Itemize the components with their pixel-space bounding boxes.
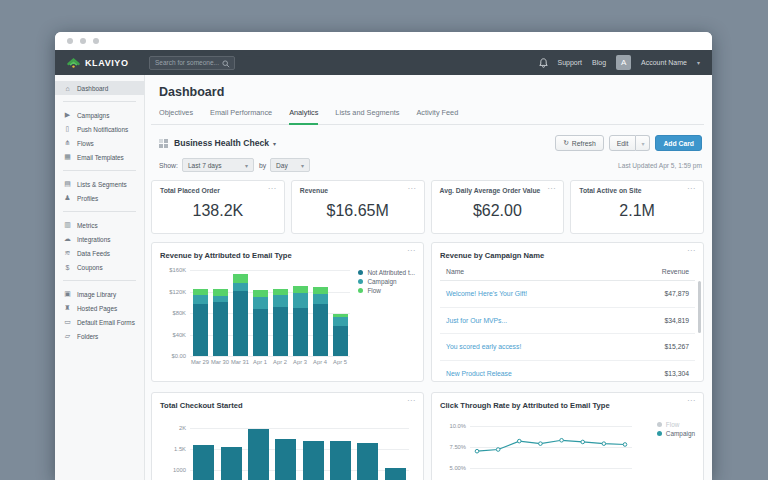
date-range-select[interactable]: Last 7 days▾ <box>182 158 254 172</box>
bar-segment-campaign[interactable] <box>213 296 228 302</box>
bar-segment-flow[interactable] <box>313 287 328 295</box>
bar-segment-campaign[interactable] <box>333 317 348 326</box>
bar-total-checkout[interactable] <box>248 429 269 480</box>
account-avatar[interactable]: A <box>616 55 631 70</box>
tab-email-performance[interactable]: Email Performance <box>210 108 272 124</box>
tab-lists-and-segments[interactable]: Lists and Segments <box>335 108 399 124</box>
account-menu-caret-icon[interactable]: ▾ <box>697 59 700 66</box>
tab-analytics[interactable]: Analytics <box>289 108 318 125</box>
nav-support-link[interactable]: Support <box>558 59 583 66</box>
nav-blog-link[interactable]: Blog <box>592 59 606 66</box>
board-caret-icon[interactable]: ▾ <box>273 140 276 147</box>
bar-segment-flow[interactable] <box>333 314 348 318</box>
sidebar-item-profiles[interactable]: ♟Profiles <box>55 191 144 205</box>
sidebar-item-folders[interactable]: ▱Folders <box>55 329 144 343</box>
legend-item-flow[interactable]: Flow <box>657 421 695 428</box>
board-name[interactable]: Business Health Check <box>174 138 269 148</box>
bar-segment-flow[interactable] <box>253 290 268 298</box>
bar-segment-not-attributed-t-[interactable] <box>273 307 288 356</box>
klaviyo-brand[interactable]: KLAVIYO <box>67 56 149 69</box>
metric-value: 2.1M <box>579 202 695 220</box>
sidebar-item-metrics[interactable]: ▥Metrics <box>55 218 144 232</box>
refresh-button[interactable]: ↻ Refresh <box>555 135 604 151</box>
table-row: Welcome! Here's Your Gift!$47,879 <box>440 281 695 308</box>
edit-menu-caret[interactable]: ▾ <box>636 135 650 151</box>
edit-button[interactable]: Edit <box>609 135 637 151</box>
card-menu-icon[interactable]: ⋯ <box>407 396 416 405</box>
card-menu-icon[interactable]: ⋯ <box>687 396 696 405</box>
bar-total-checkout[interactable] <box>357 443 378 480</box>
sidebar-item-integrations[interactable]: ☁Integrations <box>55 232 144 246</box>
bar-total-checkout[interactable] <box>275 439 296 480</box>
card-menu-icon[interactable]: ⋯ <box>407 246 416 255</box>
bar-total-checkout[interactable] <box>193 445 214 480</box>
sidebar-item-dashboard[interactable]: ⌂Dashboard <box>55 81 144 95</box>
card-menu-icon[interactable]: ⋯ <box>268 184 277 193</box>
bar-segment-not-attributed-t-[interactable] <box>293 308 308 356</box>
tab-objectives[interactable]: Objectives <box>159 108 193 124</box>
search-box[interactable] <box>149 56 235 70</box>
bar-total-checkout[interactable] <box>330 441 351 480</box>
campaign-name-link[interactable]: Just for Our MVPs... <box>446 317 507 324</box>
bar-segment-flow[interactable] <box>213 289 228 296</box>
data-point-marker[interactable] <box>602 442 606 446</box>
bar-segment-not-attributed-t-[interactable] <box>233 291 248 356</box>
window-control-dot[interactable] <box>93 38 99 44</box>
bar-segment-campaign[interactable] <box>313 294 328 304</box>
legend-item-not-attributed-t-[interactable]: Not Attributed t... <box>358 269 415 276</box>
bar-segment-not-attributed-t-[interactable] <box>213 302 228 356</box>
legend-item-campaign[interactable]: Campaign <box>657 430 695 437</box>
sidebar-item-push-notifications[interactable]: ▯Push Notifications <box>55 122 144 136</box>
sidebar-item-coupons[interactable]: $Coupons <box>55 260 144 274</box>
campaign-name-link[interactable]: You scored early access! <box>446 343 521 350</box>
campaign-name-link[interactable]: Welcome! Here's Your Gift! <box>446 290 527 297</box>
data-point-marker[interactable] <box>560 438 564 442</box>
bar-segment-campaign[interactable] <box>273 295 288 307</box>
notifications-bell-icon[interactable] <box>539 58 548 68</box>
legend-item-campaign[interactable]: Campaign <box>358 278 415 285</box>
sidebar-item-default-email-forms[interactable]: ▭Default Email Forms <box>55 315 144 329</box>
bar-segment-not-attributed-t-[interactable] <box>333 326 348 356</box>
window-control-dot[interactable] <box>80 38 86 44</box>
window-control-dot[interactable] <box>67 38 73 44</box>
bar-total-checkout[interactable] <box>221 447 242 480</box>
table-scrollbar[interactable] <box>698 281 701 333</box>
interval-select[interactable]: Day▾ <box>270 158 310 172</box>
data-point-marker[interactable] <box>623 443 627 447</box>
search-input[interactable] <box>155 59 220 66</box>
bar-total-checkout[interactable] <box>303 441 324 480</box>
bar-segment-flow[interactable] <box>193 289 208 295</box>
bar-segment-flow[interactable] <box>273 289 288 295</box>
sidebar-item-data-feeds[interactable]: ≋Data Feeds <box>55 246 144 260</box>
account-name[interactable]: Account Name <box>641 59 687 66</box>
data-point-marker[interactable] <box>581 440 585 444</box>
campaign-name-link[interactable]: New Product Release <box>446 370 512 377</box>
data-point-marker[interactable] <box>496 448 500 452</box>
card-menu-icon[interactable]: ⋯ <box>547 184 556 193</box>
add-card-button[interactable]: Add Card <box>655 135 702 151</box>
sidebar-item-email-templates[interactable]: ▦Email Templates <box>55 150 144 164</box>
card-menu-icon[interactable]: ⋯ <box>408 184 417 193</box>
bar-segment-flow[interactable] <box>233 274 248 283</box>
bar-segment-not-attributed-t-[interactable] <box>193 304 208 356</box>
sidebar-item-flows[interactable]: ⋔Flows <box>55 136 144 150</box>
legend-item-flow[interactable]: Flow <box>358 287 415 294</box>
bar-segment-not-attributed-t-[interactable] <box>253 309 268 356</box>
tab-activity-feed[interactable]: Activity Feed <box>416 108 458 124</box>
bar-segment-flow[interactable] <box>293 286 308 293</box>
data-point-marker[interactable] <box>475 449 479 453</box>
sidebar-item-hosted-pages[interactable]: ♜Hosted Pages <box>55 301 144 315</box>
data-point-marker[interactable] <box>517 439 521 443</box>
bar-segment-campaign[interactable] <box>233 283 248 291</box>
card-menu-icon[interactable]: ⋯ <box>687 246 696 255</box>
bar-total-checkout[interactable] <box>385 468 406 480</box>
sidebar-item-campaigns[interactable]: ▶Campaigns <box>55 108 144 122</box>
sidebar-item-image-library[interactable]: ▣Image Library <box>55 287 144 301</box>
bar-segment-campaign[interactable] <box>293 293 308 309</box>
bar-segment-campaign[interactable] <box>193 295 208 304</box>
card-menu-icon[interactable]: ⋯ <box>687 184 696 193</box>
data-point-marker[interactable] <box>539 442 543 446</box>
bar-segment-campaign[interactable] <box>253 297 268 308</box>
sidebar-item-lists-segments[interactable]: ▤Lists & Segments <box>55 177 144 191</box>
bar-segment-not-attributed-t-[interactable] <box>313 304 328 356</box>
